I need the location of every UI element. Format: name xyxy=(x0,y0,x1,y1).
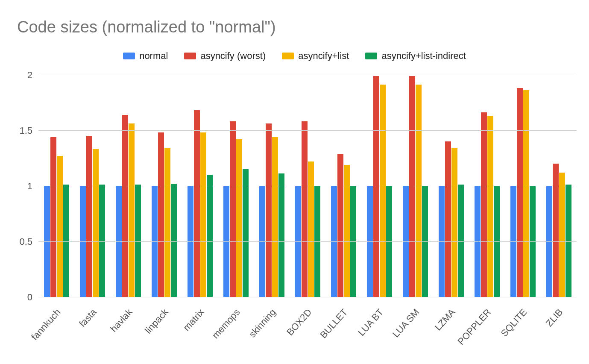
gridline: 1.5 xyxy=(38,130,577,131)
bar xyxy=(171,184,177,297)
x-tick-label: havlak xyxy=(108,307,135,335)
legend-item: asyncify+list xyxy=(282,50,349,62)
bar xyxy=(272,137,278,297)
bar xyxy=(135,185,141,297)
y-tick-label: 1.5 xyxy=(11,125,32,136)
bar xyxy=(57,156,63,297)
x-tick-label: LUA BT xyxy=(356,307,386,338)
bar xyxy=(93,149,99,297)
bar xyxy=(445,141,451,297)
x-tick-label: BULLET xyxy=(318,307,350,341)
bar xyxy=(344,165,350,297)
bar xyxy=(481,112,487,297)
legend-label: asyncify (worst) xyxy=(200,50,266,62)
bar xyxy=(302,121,308,297)
x-tick-label: memops xyxy=(210,307,243,341)
bar xyxy=(194,110,200,297)
x-tick-label: skinning xyxy=(247,307,278,340)
bar xyxy=(517,88,523,297)
gridline: 0.5 xyxy=(38,241,577,242)
bar xyxy=(278,173,284,297)
bar xyxy=(373,76,379,297)
legend-label: asyncify+list xyxy=(298,50,349,62)
legend-item: asyncify+list-indirect xyxy=(365,50,466,62)
legend-item: asyncify (worst) xyxy=(184,50,266,62)
x-tick-label: linpack xyxy=(143,307,170,336)
bar xyxy=(458,185,464,297)
x-tick-label: fannkuch xyxy=(29,307,63,343)
x-tick-label: BOX2D xyxy=(284,307,314,338)
x-tick-label: LZMA xyxy=(433,307,458,333)
bar xyxy=(559,173,565,297)
x-tick-label: LUA SM xyxy=(390,307,422,340)
gridline: 1 xyxy=(38,186,577,186)
bar xyxy=(230,121,236,297)
x-axis-labels: fannkuchfastahavlaklinpackmatrixmemopssk… xyxy=(38,299,577,363)
bar xyxy=(380,85,386,297)
gridline: 0 xyxy=(38,297,577,297)
y-tick-label: 1 xyxy=(11,181,32,192)
bar xyxy=(487,116,493,297)
y-tick-label: 2 xyxy=(11,70,32,81)
bar xyxy=(566,185,571,297)
bar xyxy=(200,132,206,297)
y-tick-label: 0.5 xyxy=(11,236,32,247)
chart-title: Code sizes (normalized to "normal") xyxy=(17,18,276,36)
legend-swatch xyxy=(365,53,377,59)
legend-label: normal xyxy=(139,50,168,62)
bar xyxy=(99,185,105,297)
legend-swatch xyxy=(184,53,196,59)
x-tick-label: POPPLER xyxy=(455,307,493,347)
x-tick-label: matrix xyxy=(181,307,206,333)
gridline: 2 xyxy=(38,75,577,75)
bar xyxy=(129,123,135,297)
x-tick-label: ZLIB xyxy=(544,307,565,329)
bar xyxy=(207,175,213,297)
bar xyxy=(308,161,314,297)
bar xyxy=(337,154,343,297)
legend-swatch xyxy=(123,53,135,59)
bar xyxy=(451,148,457,297)
bar xyxy=(158,132,164,297)
legend-swatch xyxy=(282,53,294,59)
bar xyxy=(164,148,170,297)
bar xyxy=(409,76,415,297)
y-tick-label: 0 xyxy=(11,292,32,303)
legend: normalasyncify (worst)asyncify+listasync… xyxy=(0,50,589,62)
bar xyxy=(523,90,529,297)
bar xyxy=(266,123,272,297)
legend-label: asyncify+list-indirect xyxy=(381,50,466,62)
bar xyxy=(122,115,128,297)
x-tick-label: SQLITE xyxy=(499,307,530,339)
bar xyxy=(416,85,422,297)
plot-area: 00.511.52 xyxy=(38,75,577,297)
legend-item: normal xyxy=(123,50,168,62)
bar xyxy=(86,136,92,297)
bar xyxy=(63,185,69,297)
bar xyxy=(50,137,56,297)
chart-container: Code sizes (normalized to "normal") norm… xyxy=(0,0,589,364)
bar xyxy=(243,169,249,297)
bar xyxy=(236,139,242,297)
x-tick-label: fasta xyxy=(77,307,99,329)
bar xyxy=(553,164,559,297)
